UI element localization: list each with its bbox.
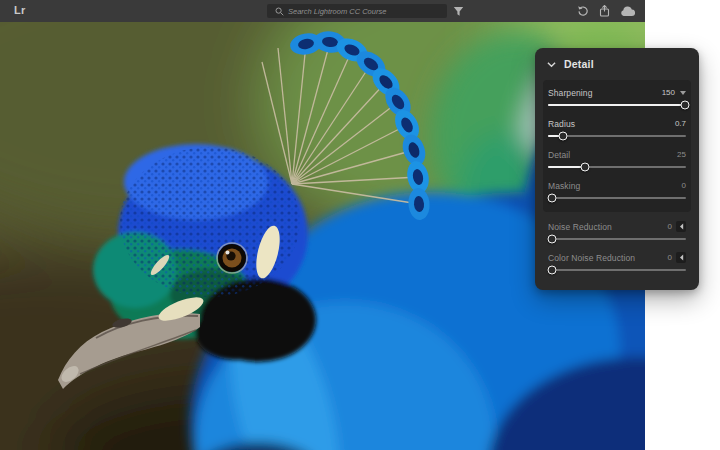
search-icon: [275, 7, 284, 16]
slider-knob[interactable]: [559, 132, 568, 141]
top-bar-actions: [577, 4, 635, 18]
slider-row-radius: Radius 0.7: [548, 117, 686, 137]
noise-reduction-expand-button[interactable]: [676, 221, 686, 232]
share-button[interactable]: [599, 5, 610, 17]
filter-icon: [453, 6, 464, 17]
sharpening-value: 150: [662, 88, 675, 97]
sharpening-slider[interactable]: [548, 104, 686, 106]
share-icon: [599, 5, 610, 17]
radius-slider[interactable]: [548, 135, 686, 137]
masking-value: 0: [682, 181, 686, 190]
triangle-left-icon: [679, 254, 684, 261]
slider-fill: [548, 166, 585, 168]
cloud-sync-button[interactable]: [620, 6, 635, 17]
chevron-down-icon: [547, 61, 556, 68]
filter-button[interactable]: [452, 6, 464, 17]
slider-knob[interactable]: [581, 163, 590, 172]
detail-value: 25: [677, 150, 686, 159]
undo-button[interactable]: [577, 5, 589, 17]
slider-knob[interactable]: [680, 101, 689, 110]
masking-slider[interactable]: [548, 197, 686, 199]
color-noise-reduction-value: 0: [668, 253, 672, 262]
color-noise-reduction-slider[interactable]: [548, 269, 686, 271]
lightroom-logo: Lr: [14, 4, 25, 16]
radius-value: 0.7: [675, 119, 686, 128]
noise-group: Noise Reduction 0 Color Noise Reduction: [543, 220, 691, 271]
top-bar: Lr: [0, 0, 645, 22]
slider-row-detail: Detail 25: [548, 148, 686, 168]
triangle-left-icon: [679, 223, 684, 230]
detail-label: Detail: [548, 150, 677, 160]
detail-slider[interactable]: [548, 166, 686, 168]
masking-label: Masking: [548, 181, 682, 191]
slider-row-masking: Masking 0: [548, 179, 686, 199]
sharpening-label: Sharpening: [548, 88, 662, 98]
color-noise-reduction-expand-button[interactable]: [676, 252, 686, 263]
noise-reduction-value: 0: [668, 222, 672, 231]
color-noise-reduction-label: Color Noise Reduction: [548, 253, 668, 263]
undo-icon: [577, 5, 589, 17]
slider-fill: [548, 104, 685, 106]
slider-row-noise-reduction: Noise Reduction 0: [548, 220, 686, 240]
noise-reduction-slider[interactable]: [548, 238, 686, 240]
cloud-sync-icon: [620, 6, 635, 17]
panel-title: Detail: [564, 58, 594, 70]
radius-label: Radius: [548, 119, 675, 129]
search-bar[interactable]: [267, 4, 447, 18]
slider-row-color-noise-reduction: Color Noise Reduction 0: [548, 251, 686, 271]
sharpening-group: Sharpening 150 Radius 0.7: [543, 80, 691, 212]
noise-reduction-label: Noise Reduction: [548, 222, 668, 232]
search-input[interactable]: [284, 4, 447, 18]
dropdown-caret-icon[interactable]: [680, 91, 686, 95]
slider-knob[interactable]: [548, 235, 557, 244]
slider-row-sharpening: Sharpening 150: [548, 86, 686, 106]
detail-panel-header[interactable]: Detail: [535, 48, 699, 78]
detail-panel: Detail Sharpening 150 Radius: [535, 48, 699, 290]
slider-knob[interactable]: [548, 194, 557, 203]
slider-knob[interactable]: [548, 266, 557, 275]
page: Lr: [0, 0, 720, 450]
